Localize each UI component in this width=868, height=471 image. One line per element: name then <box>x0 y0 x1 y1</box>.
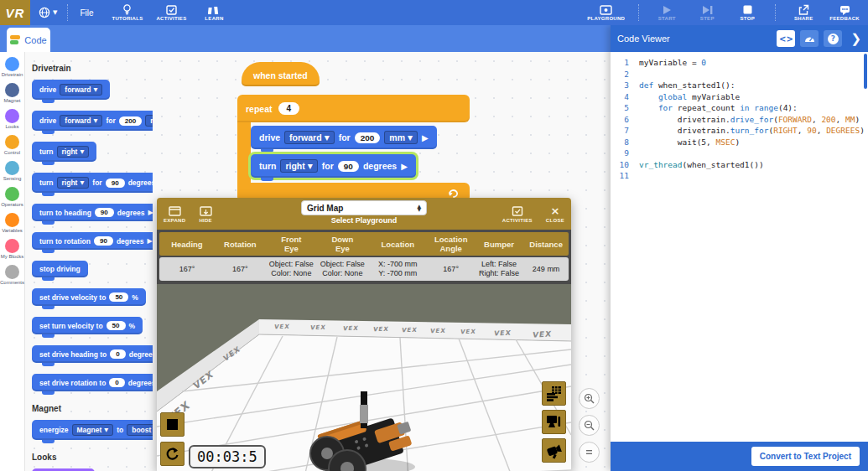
block-dropdown[interactable]: mm▼ <box>384 131 418 144</box>
block-text: % <box>132 293 138 302</box>
sidebar-item-operators[interactable]: Operators <box>0 187 25 207</box>
code-area[interactable]: 1myVariable = 023def when_started1():4 g… <box>611 52 868 442</box>
block-value-input[interactable]: 90 <box>338 161 359 172</box>
block-value-input[interactable]: 0 <box>109 378 124 387</box>
block[interactable]: turn to rotation90degrees▶ <box>32 232 153 250</box>
block-value-input[interactable]: 200 <box>355 132 381 143</box>
playground-select[interactable]: Grid Map ▲▼ <box>301 200 427 215</box>
toolbar-stop-button[interactable]: STOP <box>733 4 761 21</box>
block[interactable]: driveforward▼for200mm▼▶ <box>32 111 153 131</box>
repeat-label: repeat <box>246 104 273 114</box>
activities-button[interactable]: ACTIVITIES <box>502 204 533 223</box>
hide-button[interactable]: HIDE <box>199 204 212 223</box>
code-view-button[interactable]: <> <box>777 30 795 47</box>
block-value-input[interactable]: 90 <box>94 236 113 246</box>
nav-item-learn[interactable]: LEARN <box>200 4 228 21</box>
repeat-block[interactable]: repeat 4 driveforward▼for200mm▼▶turnrigh… <box>237 95 470 202</box>
sidebar-item-sensing[interactable]: Sensing <box>0 161 25 181</box>
convert-to-text-button[interactable]: Convert to Text Project <box>751 447 860 466</box>
block-dropdown[interactable]: right▼ <box>57 146 90 158</box>
block[interactable]: turn to heading90degrees▶ <box>32 204 153 221</box>
divider <box>67 4 68 21</box>
dashboard-view-button[interactable] <box>800 30 819 47</box>
block[interactable]: stop driving <box>32 261 88 277</box>
playground-header[interactable]: EXPAND HIDE Grid Map ▲▼ Select Playgroun… <box>157 198 571 230</box>
vex-wall-logo: VEX <box>493 329 512 338</box>
sidebar-item-looks[interactable]: Looks <box>0 109 25 129</box>
dropdown-value: boost <box>132 426 151 434</box>
block-value-input[interactable]: 0 <box>110 349 125 359</box>
category-label: Magnet <box>3 98 20 103</box>
category-label: Operators <box>1 202 23 207</box>
tab-code[interactable]: Code <box>7 28 50 52</box>
code-scrollbar[interactable] <box>864 54 867 89</box>
close-button[interactable]: × CLOSE <box>546 204 564 223</box>
sidebar-item-magnet[interactable]: Magnet <box>0 83 25 103</box>
block[interactable]: set drive heading to0degrees <box>32 345 153 363</box>
value-line: Object: False <box>319 260 366 269</box>
block[interactable]: set drive rotation to0degrees <box>32 374 153 391</box>
line-number: 7 <box>611 125 629 137</box>
line-number: 10 <box>611 159 629 171</box>
when-started-block[interactable]: when started <box>242 62 320 86</box>
sidebar-item-comments[interactable]: Comments <box>0 265 25 285</box>
block[interactable]: energizeMagnet▼toboost▼ <box>32 420 153 440</box>
nav-item-tutorials[interactable]: TUTORIALS <box>112 4 143 21</box>
camera-icon <box>546 443 563 459</box>
file-menu[interactable]: File <box>70 8 103 18</box>
category-label: Sensing <box>3 176 22 181</box>
collapse-panel-chevron[interactable]: ❯ <box>850 31 861 46</box>
nav-item-activities[interactable]: ACTIVITIES <box>156 4 186 21</box>
zoom-in-button[interactable] <box>579 388 600 409</box>
block-value-input[interactable]: 50 <box>107 321 126 330</box>
block[interactable]: turnright▼for90degrees▶ <box>32 173 153 193</box>
block-dropdown[interactable]: right▼ <box>57 177 90 189</box>
playground-reset-button[interactable] <box>160 442 185 466</box>
toolbar-feedback-button[interactable]: FEEDBACK <box>829 4 860 21</box>
expand-button[interactable]: EXPAND <box>164 204 185 223</box>
header-line: Distance <box>525 240 567 249</box>
sidebar-item-variables[interactable]: Variables <box>0 213 25 233</box>
sidebar-item-control[interactable]: Control <box>0 135 25 155</box>
block[interactable]: set turn velocity to50% <box>32 317 143 334</box>
toolbar-share-button[interactable]: SHARE <box>789 4 818 21</box>
block[interactable]: set drive velocity to50% <box>32 288 146 306</box>
playground-3d-view[interactable]: VEXVEXVEXVEXVEXVEXVEXVEXVEXVEXVEXVEX 00:… <box>157 284 571 471</box>
toolbar-playground-button[interactable]: PLAYGROUND <box>587 4 625 21</box>
language-menu[interactable]: ▼ <box>30 7 65 18</box>
screen-toggle-button[interactable] <box>542 410 566 434</box>
zoom-reset-button[interactable] <box>579 442 600 463</box>
palette-section-title: Drivetrain <box>32 64 153 73</box>
block-dropdown[interactable]: Magnet▼ <box>72 424 114 436</box>
block-dropdown[interactable]: forward▼ <box>60 115 102 127</box>
block-dropdown[interactable]: forward▼ <box>60 84 102 96</box>
block-value-input[interactable]: 200 <box>119 116 142 126</box>
block-dropdown[interactable]: boost▼ <box>127 424 153 436</box>
code-content: drivetrain.drive_for(FORWARD, 200, MM) <box>639 114 860 126</box>
repeat-count-input[interactable]: 4 <box>278 102 300 115</box>
value-line: Color: None <box>268 269 315 278</box>
block-dropdown[interactable]: mm▼ <box>145 115 153 127</box>
playground-stop-button[interactable] <box>160 412 185 437</box>
block-dropdown[interactable]: forward▼ <box>284 131 335 144</box>
block-value-input[interactable]: 50 <box>109 292 128 302</box>
block-value-input[interactable]: 90 <box>95 208 114 217</box>
palette-section-title: Magnet <box>32 404 153 413</box>
block-value-input[interactable]: 90 <box>106 179 125 188</box>
books-icon <box>208 4 220 15</box>
code-viewer-header: Code Viewer <> ? ❯ <box>611 25 868 52</box>
block[interactable]: driveforward▼for200mm▼▶ <box>251 126 437 149</box>
zoom-out-button[interactable] <box>579 415 600 436</box>
block[interactable]: turnright▼ <box>32 142 96 162</box>
code-viewer-title: Code Viewer <box>617 34 670 44</box>
sidebar-item-drivetrain[interactable]: Drivetrain <box>0 57 25 77</box>
blocks-icon <box>10 35 21 44</box>
help-button[interactable]: ? <box>824 30 842 47</box>
block[interactable]: turnright▼for90degrees▶ <box>251 154 416 178</box>
block-dropdown[interactable]: right▼ <box>280 159 317 173</box>
block[interactable]: driveforward▼ <box>32 80 110 100</box>
playground-window: EXPAND HIDE Grid Map ▲▼ Select Playgroun… <box>157 198 571 471</box>
sidebar-item-my-blocks[interactable]: My Blocks <box>0 239 25 259</box>
camera-view-button[interactable] <box>542 438 566 463</box>
dashboard-toggle-button[interactable] <box>542 381 566 406</box>
